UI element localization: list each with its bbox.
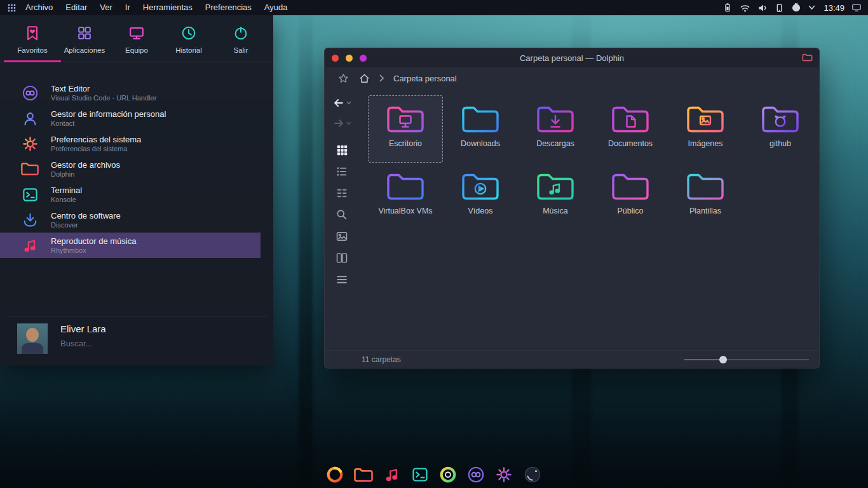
- folder-label: Vídeos: [468, 207, 493, 215]
- app-grid-icon[interactable]: [4, 0, 19, 15]
- display-icon[interactable]: [851, 3, 862, 12]
- favorite-item-rhythmbox[interactable]: Reproductor de músicaRhythmbox: [0, 233, 261, 258]
- window-body: Escritorio Downloads Descargas Documento…: [325, 89, 819, 350]
- favorite-item-text-editor[interactable]: Text EditorVisual Studio Code - URL Hand…: [0, 80, 261, 105]
- dock-terminal-icon[interactable]: [410, 465, 430, 484]
- favorite-item-kontact[interactable]: Gestor de información personalKontact: [0, 105, 261, 131]
- favorite-item-konsole[interactable]: TerminalKonsole: [0, 182, 261, 207]
- folder-icon: [759, 102, 801, 137]
- dock-firefox-icon[interactable]: [325, 465, 344, 484]
- system-tray: 13:49: [722, 3, 868, 13]
- battery-icon[interactable]: [722, 3, 733, 13]
- favorite-item-system-settings[interactable]: Preferencias del sistemaPreferencias del…: [0, 131, 261, 156]
- tab-favoritos[interactable]: Favoritos: [6, 24, 58, 62]
- folder-icon: [534, 170, 576, 204]
- hamburger-menu-icon[interactable]: [336, 273, 348, 286]
- menu-editar[interactable]: Editar: [59, 0, 93, 15]
- window-controls: [332, 48, 367, 67]
- dock-settings-icon[interactable]: [494, 465, 513, 484]
- back-dropdown-icon[interactable]: [346, 101, 351, 105]
- folder-icon: [384, 102, 426, 137]
- dock-chrome-icon[interactable]: [438, 465, 458, 484]
- forward-dropdown-icon[interactable]: [346, 121, 351, 125]
- breadcrumb[interactable]: Carpeta personal: [393, 74, 457, 83]
- favorite-title: Preferencias del sistema: [51, 135, 141, 144]
- menu-preferencias[interactable]: Preferencias: [199, 0, 258, 15]
- menu-ver[interactable]: Ver: [93, 0, 119, 15]
- back-button[interactable]: [332, 97, 345, 109]
- preview-image-icon[interactable]: [336, 230, 348, 243]
- keyboard-icon[interactable]: [775, 3, 784, 13]
- icons-view-button[interactable]: [336, 144, 348, 156]
- user-avatar[interactable]: [17, 323, 48, 354]
- close-button[interactable]: [332, 55, 339, 62]
- favorite-title: Text Editor: [51, 84, 156, 93]
- menu-archivo[interactable]: Archivo: [19, 0, 59, 15]
- folder-view: Escritorio Downloads Descargas Documento…: [359, 89, 819, 350]
- folder-icon: [384, 170, 426, 204]
- menu-herramientas[interactable]: Herramientas: [137, 0, 199, 15]
- folder-item-videos[interactable]: Vídeos: [443, 163, 518, 230]
- folder-item-plantillas[interactable]: Plantillas: [668, 163, 743, 230]
- favorite-title: Gestor de información personal: [51, 109, 166, 119]
- folder-item-imagenes[interactable]: Imágenes: [668, 95, 743, 163]
- volume-icon[interactable]: [757, 3, 768, 13]
- minimize-button[interactable]: [346, 55, 353, 62]
- zoom-slider-handle[interactable]: [719, 356, 727, 363]
- menu-ir[interactable]: Ir: [119, 0, 137, 15]
- favorite-title: Centro de software: [51, 211, 121, 220]
- breadcrumb-chevron-icon: [379, 74, 384, 82]
- list-view-button[interactable]: [336, 165, 348, 178]
- apps-grid-icon: [76, 24, 93, 42]
- dock-vscode-icon[interactable]: [466, 465, 485, 484]
- dock: [325, 464, 543, 485]
- favorite-subtitle: Rhythmbox: [51, 247, 136, 254]
- folder-label: Escritorio: [389, 139, 422, 148]
- dock-latte-icon[interactable]: [522, 464, 543, 485]
- favorite-item-dolphin[interactable]: Gestor de archivosDolphin: [0, 156, 261, 182]
- search-icon[interactable]: [336, 208, 348, 221]
- search-input[interactable]: [60, 339, 219, 348]
- tab-salir[interactable]: Salir: [215, 24, 267, 62]
- chevron-down-icon[interactable]: [808, 5, 815, 10]
- tab-historial[interactable]: Historial: [163, 24, 215, 62]
- folder-item-virtualbox[interactable]: VirtualBox VMs: [368, 163, 443, 230]
- home-icon[interactable]: [358, 72, 370, 85]
- computer-monitor-icon: [128, 24, 146, 42]
- window-side-toolbar: [325, 89, 359, 350]
- folder-item-publico[interactable]: Público: [593, 163, 668, 230]
- folder-item-descargas[interactable]: Descargas: [518, 95, 593, 163]
- window-folder-icon[interactable]: [802, 53, 813, 65]
- tab-aplicaciones[interactable]: Aplicaciones: [58, 24, 111, 62]
- network-wifi-icon[interactable]: [740, 3, 750, 13]
- menu-ayuda[interactable]: Ayuda: [258, 0, 294, 15]
- maximize-button[interactable]: [360, 55, 367, 62]
- folder-icon: [20, 159, 39, 179]
- window-titlebar[interactable]: Carpeta personal — Dolphin: [325, 48, 819, 67]
- bookmark-star-icon[interactable]: [337, 72, 349, 85]
- zoom-slider[interactable]: [684, 355, 809, 364]
- folder-icon: [609, 102, 651, 137]
- folder-item-escritorio[interactable]: Escritorio: [368, 95, 443, 163]
- favorite-item-discover[interactable]: Centro de softwareDiscover: [0, 207, 261, 233]
- contacts-person-icon: [20, 109, 39, 128]
- dock-file-manager-icon[interactable]: [353, 466, 374, 484]
- split-view-icon[interactable]: [336, 252, 348, 264]
- folder-item-musica[interactable]: Música: [518, 163, 593, 230]
- folder-item-github[interactable]: github: [743, 95, 818, 163]
- favorite-subtitle: Preferencias del sistema: [51, 145, 141, 152]
- clock[interactable]: 13:49: [824, 3, 844, 13]
- tab-label: Aplicaciones: [64, 46, 105, 54]
- github-icon[interactable]: [791, 3, 801, 13]
- folder-label: Música: [543, 207, 568, 215]
- tab-equipo[interactable]: Equipo: [111, 24, 163, 62]
- folder-item-documentos[interactable]: Documentos: [593, 95, 668, 163]
- folder-label: Plantillas: [689, 207, 721, 215]
- forward-button[interactable]: [332, 117, 345, 130]
- dock-music-player-icon[interactable]: [383, 465, 402, 484]
- folder-item-downloads[interactable]: Downloads: [443, 95, 518, 163]
- compact-view-button[interactable]: [336, 187, 348, 200]
- folder-icon: [459, 102, 501, 137]
- vscode-icon: [20, 83, 39, 102]
- settings-gear-icon: [20, 134, 39, 153]
